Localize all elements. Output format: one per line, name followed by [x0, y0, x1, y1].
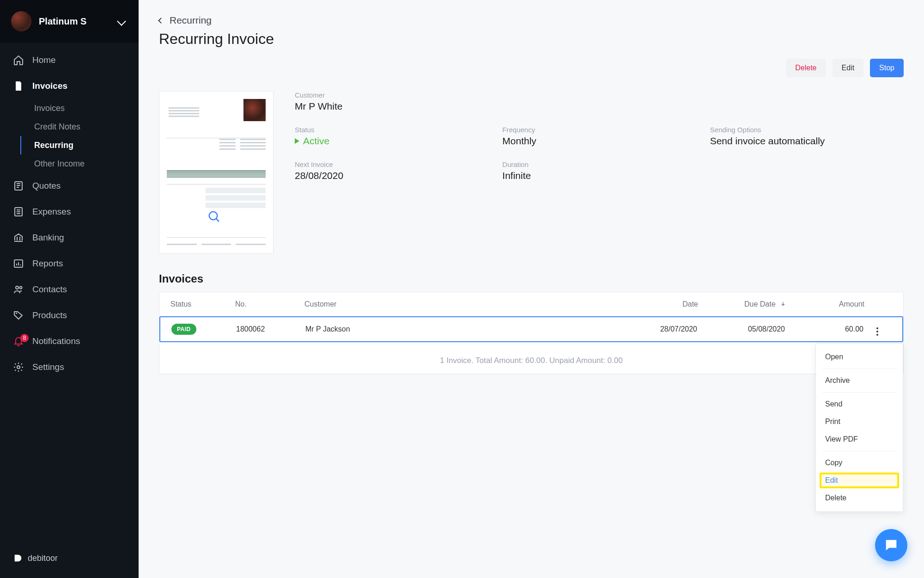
sidebar-item-label: Expenses	[32, 207, 71, 217]
cell-no: 1800062	[236, 325, 305, 333]
row-action-dropdown: Open Archive Send Print View PDF Copy Ed…	[815, 343, 903, 512]
sending-label: Sending Options	[710, 126, 904, 134]
sidebar-item-home[interactable]: Home	[0, 47, 139, 73]
invoices-table: Status No. Customer Date Due Date Amount…	[159, 292, 904, 374]
breadcrumb[interactable]: Recurring	[159, 15, 904, 26]
th-due[interactable]: Due Date	[698, 300, 786, 308]
sidebar-item-settings[interactable]: Settings	[0, 354, 139, 380]
table-header: Status No. Customer Date Due Date Amount	[159, 292, 903, 316]
delete-button[interactable]: Delete	[786, 59, 826, 77]
dd-send[interactable]: Send	[816, 395, 903, 413]
cell-amount: 60.00	[785, 325, 863, 333]
invoice-preview[interactable]	[159, 91, 274, 254]
dd-view-pdf[interactable]: View PDF	[816, 430, 903, 448]
preview-logo	[243, 99, 266, 121]
bell-icon-wrap: 8	[13, 336, 24, 347]
sidebar-subitem-recurring[interactable]: Recurring	[20, 136, 139, 154]
status-pill: PAID	[171, 324, 196, 335]
sidebar-item-notifications[interactable]: 8 Notifications	[0, 328, 139, 354]
home-icon	[13, 55, 24, 66]
preview-row-line	[167, 184, 266, 184]
sidebar-item-products[interactable]: Products	[0, 302, 139, 328]
page-title: Recurring Invoice	[159, 31, 904, 48]
table-row[interactable]: PAID 1800062 Mr P Jackson 28/07/2020 05/…	[159, 316, 903, 342]
sidebar-subitem-label: Recurring	[34, 141, 73, 150]
sidebar-item-label: Banking	[32, 233, 64, 243]
action-bar: Delete Edit Stop	[159, 59, 904, 77]
sidebar-item-expenses[interactable]: Expenses	[0, 199, 139, 225]
status-label: Status	[295, 126, 488, 134]
contacts-icon	[13, 284, 24, 295]
invoice-icon	[13, 80, 24, 92]
sidebar-item-label: Invoices	[32, 81, 67, 91]
preview-address-lines	[169, 107, 199, 118]
sidebar-item-banking[interactable]: Banking	[0, 225, 139, 251]
sidebar-subitem-other-income[interactable]: Other Income	[20, 154, 139, 173]
dd-open[interactable]: Open	[816, 348, 903, 366]
svg-point-5	[16, 313, 17, 314]
invoices-subnav: Invoices Credit Notes Recurring Other In…	[0, 99, 139, 173]
frequency-label: Frequency	[502, 126, 696, 134]
th-date[interactable]: Date	[620, 300, 698, 308]
sidebar-nav: Home Invoices Invoices Credit Notes Recu…	[0, 43, 139, 542]
preview-divider	[167, 138, 266, 138]
dd-edit[interactable]: Edit	[820, 473, 899, 488]
sidebar-item-label: Settings	[32, 362, 64, 372]
row-menu-button[interactable]	[876, 327, 878, 336]
svg-point-3	[16, 286, 18, 289]
dd-print[interactable]: Print	[816, 413, 903, 430]
stop-button[interactable]: Stop	[870, 59, 904, 77]
status-text: Active	[303, 135, 329, 147]
customer-label: Customer	[295, 91, 904, 99]
quote-icon	[13, 180, 24, 191]
sidebar-item-contacts[interactable]: Contacts	[0, 277, 139, 302]
detail-meta: Customer Mr P White Status Active Freque…	[295, 91, 904, 254]
sidebar-item-label: Home	[32, 55, 56, 65]
svg-point-4	[20, 287, 22, 289]
dd-archive[interactable]: Archive	[816, 372, 903, 389]
sidebar-item-invoices[interactable]: Invoices	[0, 73, 139, 99]
account-avatar	[11, 11, 31, 31]
dd-copy[interactable]: Copy	[816, 454, 903, 472]
dd-separator	[822, 392, 896, 393]
th-customer[interactable]: Customer	[304, 300, 620, 308]
chat-fab[interactable]	[875, 529, 907, 561]
sidebar-subitem-credit-notes[interactable]: Credit Notes	[20, 117, 139, 136]
th-due-label: Due Date	[744, 300, 776, 308]
edit-button[interactable]: Edit	[833, 59, 864, 77]
brand-name: debitoor	[28, 553, 58, 563]
tag-icon	[13, 310, 24, 321]
play-icon	[295, 138, 299, 144]
svg-point-6	[17, 366, 20, 369]
preview-table-header	[167, 170, 266, 178]
th-no[interactable]: No.	[235, 300, 304, 308]
sidebar-item-label: Quotes	[32, 181, 61, 191]
account-name: Platinum S	[39, 16, 111, 27]
preview-meta	[219, 139, 266, 152]
status-value: Active	[295, 135, 329, 147]
sidebar-subitem-label: Invoices	[34, 104, 65, 113]
sidebar-item-quotes[interactable]: Quotes	[0, 173, 139, 199]
th-amount[interactable]: Amount	[786, 300, 864, 308]
th-status[interactable]: Status	[170, 300, 235, 308]
chevron-down-icon	[117, 17, 126, 26]
detail-panel: Customer Mr P White Status Active Freque…	[159, 91, 904, 254]
dd-delete[interactable]: Delete	[816, 489, 903, 507]
account-switcher[interactable]: Platinum S	[0, 0, 139, 43]
cell-date: 28/07/2020	[619, 325, 697, 333]
preview-footer-line	[167, 237, 266, 238]
sidebar-subitem-invoices[interactable]: Invoices	[20, 99, 139, 117]
sidebar-subitem-label: Other Income	[34, 159, 85, 169]
cell-due: 05/08/2020	[697, 325, 785, 333]
frequency-value: Monthly	[502, 135, 696, 147]
next-invoice-label: Next Invoice	[295, 160, 488, 168]
sidebar-item-label: Products	[32, 310, 67, 320]
duration-label: Duration	[502, 160, 696, 168]
zoom-icon	[207, 210, 221, 226]
sidebar-item-reports[interactable]: Reports	[0, 251, 139, 277]
preview-footer	[167, 244, 266, 245]
expense-icon	[13, 206, 24, 217]
main-content: Recurring Recurring Invoice Delete Edit …	[139, 0, 924, 578]
dd-separator	[822, 451, 896, 451]
brand-logo-icon	[13, 553, 23, 563]
